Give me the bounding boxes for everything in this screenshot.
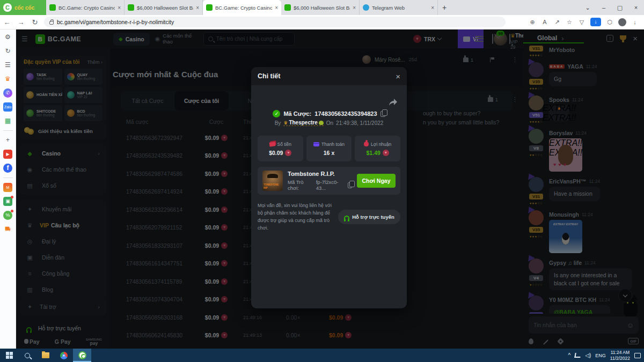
game-thumbnail[interactable]: TOMBSTONE RIP xyxy=(262,171,283,191)
stat-value: $0.09 xyxy=(269,150,283,156)
browser-tab[interactable]: $6,000 Halloween Slot Battle × xyxy=(281,0,360,15)
translate-icon[interactable]: A xyxy=(541,18,548,26)
browser-tab-bar: C cốc cốc BC.Game: Crypto Casino Gan × $… xyxy=(0,0,644,15)
minimize-button[interactable]: – xyxy=(596,4,612,11)
bettor-name[interactable]: ♛Thespectre xyxy=(283,120,323,126)
copy-icon[interactable] xyxy=(380,111,385,117)
browser-side-strip: ⚙ ↻ ☰ ♛ ✆ Zalo ▦ + ▶ f M ▣ % ⛟ xyxy=(0,29,16,349)
bet-id-value: 1748305632435394823 xyxy=(314,110,377,117)
tab-close-icon[interactable]: × xyxy=(353,5,356,11)
shield-icon[interactable]: ▽ xyxy=(578,18,586,26)
tab-search-icon[interactable]: ⌄ xyxy=(580,4,596,11)
youtube-icon[interactable]: ▶ xyxy=(3,150,12,159)
stat-label: Thanh toán xyxy=(321,142,345,147)
games-gamepad-icon[interactable]: ▦ xyxy=(3,116,12,125)
strip-divider xyxy=(3,130,13,131)
modal-close-icon[interactable]: × xyxy=(396,72,400,81)
online-support-button[interactable]: Hỗ trợ trực tuyến xyxy=(338,210,400,224)
tab-title: Telegram Web xyxy=(372,5,428,11)
coccoc-taskbar-icon[interactable] xyxy=(73,349,91,362)
frog-icon xyxy=(319,121,324,125)
coccoc-brand[interactable]: C cốc cốc xyxy=(0,0,46,15)
new-tab-button[interactable]: + xyxy=(438,0,451,15)
reading-list-icon[interactable]: ☰ xyxy=(3,61,12,70)
chrome-icon[interactable] xyxy=(55,349,73,362)
browser-profile-avatar[interactable] xyxy=(618,18,626,26)
bet-id-line: ✓ Mã Cược: 1748305632435394823 xyxy=(251,110,407,117)
url-text[interactable]: bc.game/vi/game/tombstone-r-i-p-by-nolim… xyxy=(57,19,174,25)
modal-title: Chi tiết xyxy=(258,72,280,80)
copy-icon[interactable] xyxy=(348,182,352,188)
address-bar[interactable]: bc.game/vi/game/tombstone-r-i-p-by-nolim… xyxy=(44,17,506,27)
trx-coin-icon: ▼ xyxy=(383,150,389,156)
facebook-icon[interactable]: f xyxy=(3,164,12,173)
share-icon[interactable] xyxy=(389,98,397,108)
taskbar-search-icon[interactable] xyxy=(18,349,36,362)
language-indicator[interactable]: ENG xyxy=(595,353,606,358)
browser-tab[interactable]: BC.Game: Crypto Casino Gan × xyxy=(46,0,125,15)
forward-icon[interactable]: → xyxy=(14,18,28,26)
shop-icon[interactable]: M xyxy=(3,183,12,192)
browser-tab[interactable]: Telegram Web × xyxy=(360,0,438,15)
download-active-icon[interactable]: ↓ xyxy=(590,18,601,26)
messenger-icon[interactable]: ✆ xyxy=(3,88,12,98)
browser-tabs: BC.Game: Crypto Casino Gan × $6,000 Hall… xyxy=(46,0,438,15)
modal-footer: Mọi vấn đề, xin vui lòng liên hệ với bộ … xyxy=(258,202,400,232)
reload-icon[interactable]: ↻ xyxy=(28,18,42,26)
start-button[interactable] xyxy=(0,349,18,362)
toolbar-icons: ⊕ A ↗ ☆ ▽ ↓ ⬡ ↓ xyxy=(529,18,644,26)
game-card: TOMBSTONE RIP Tombstone R.I.P. Mã Trò ch… xyxy=(258,167,400,195)
tab-favicon xyxy=(284,4,291,11)
zalo-icon[interactable]: Zalo xyxy=(3,102,12,112)
bookmark-star-icon[interactable]: ☆ xyxy=(566,18,573,26)
game-title: Tombstone R.I.P. xyxy=(288,171,352,177)
bet-by-line: By ♛Thespectre On 21:49:38, 1/11/2022 xyxy=(251,120,407,126)
tab-title: $6,000 Halloween Slot Battle xyxy=(294,5,350,11)
deals-icon[interactable]: % xyxy=(3,211,12,220)
browser-tab[interactable]: BC.Game: Crypto Casino Gan × xyxy=(203,0,281,15)
history-icon[interactable]: ↻ xyxy=(3,47,12,56)
stat-icon xyxy=(269,142,275,146)
modal-header: Chi tiết × xyxy=(251,67,407,85)
tab-close-icon[interactable]: × xyxy=(196,5,199,11)
gift-icon[interactable]: ▣ xyxy=(3,197,12,206)
tray-expand-icon[interactable]: ^ xyxy=(568,352,571,358)
headset-icon xyxy=(344,216,349,220)
tab-close-icon[interactable]: × xyxy=(118,5,121,11)
cart-icon[interactable]: ⛟ xyxy=(3,225,12,234)
lock-icon xyxy=(49,21,54,25)
stat-value: 16 x xyxy=(324,150,334,156)
extensions-puzzle-icon[interactable]: ⬡ xyxy=(606,18,613,26)
volume-icon[interactable]: ◁) xyxy=(585,352,591,358)
share-icon[interactable]: ↗ xyxy=(553,18,561,26)
bet-stats: Số tiền $0.09▼ Thanh toán 16 x▼ Lợi nhuậ… xyxy=(258,136,400,161)
stat-card: Thanh toán 16 x▼ xyxy=(306,136,352,161)
crown-icon[interactable]: ♛ xyxy=(3,75,12,84)
back-icon[interactable]: ← xyxy=(0,18,14,26)
on-label: On xyxy=(326,120,333,126)
stat-label: Số tiền xyxy=(277,142,291,147)
stat-card: Số tiền $0.09▼ xyxy=(258,136,303,161)
browser-tab[interactable]: $6,000 Halloween Slot Battle × xyxy=(125,0,203,15)
maximize-button[interactable]: ▢ xyxy=(612,4,628,11)
tab-close-icon[interactable]: × xyxy=(431,5,434,11)
downloads-tray-icon[interactable]: ↓ xyxy=(631,18,639,26)
close-button[interactable]: × xyxy=(628,4,644,11)
bet-id-label: Mã Cược: xyxy=(283,110,311,117)
add-shortcut-icon[interactable]: + xyxy=(3,136,12,145)
play-now-button[interactable]: Chơi Ngay xyxy=(357,174,396,188)
bet-details-modal: Chi tiết × ✓ Mã Cược: 174830563243539482… xyxy=(251,67,407,308)
network-icon[interactable] xyxy=(574,353,581,358)
system-tray: ^ ◁) ENG 11:24 AM11/2/2022 xyxy=(568,350,644,361)
save-page-icon[interactable]: ⊕ xyxy=(529,18,536,26)
tab-favicon xyxy=(128,4,134,11)
file-explorer-icon[interactable] xyxy=(36,349,55,362)
tab-title: BC.Game: Crypto Casino Gan xyxy=(58,5,115,11)
notification-center-icon[interactable] xyxy=(634,353,641,358)
strip-divider xyxy=(3,178,13,178)
tab-close-icon[interactable]: × xyxy=(275,5,278,11)
settings-gear-icon[interactable]: ⚙ xyxy=(3,33,12,42)
taskbar-clock[interactable]: 11:24 AM11/2/2022 xyxy=(610,350,630,361)
tab-favicon xyxy=(363,4,369,11)
online-support-label: Hỗ trợ trực tuyến xyxy=(352,214,394,220)
